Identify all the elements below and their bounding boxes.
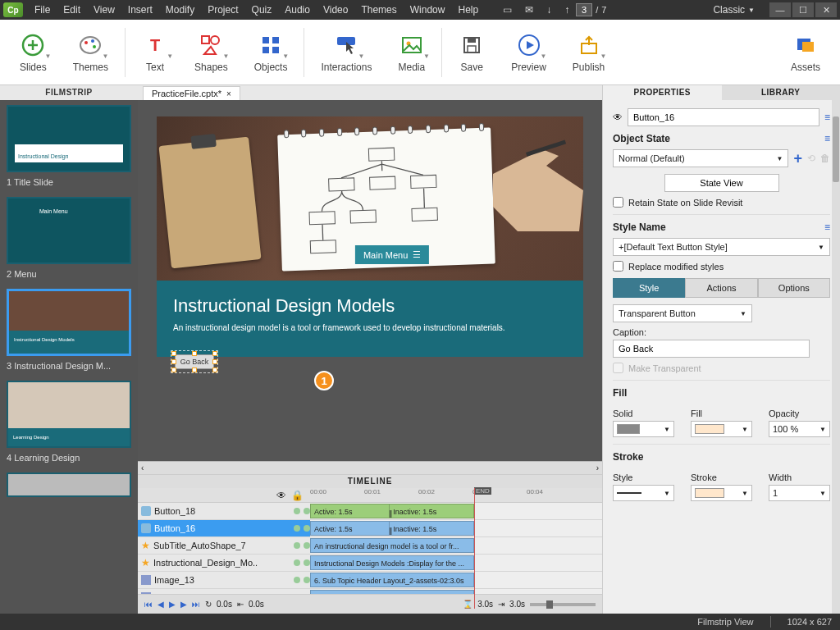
ribbon-save[interactable]: Save (459, 32, 485, 73)
replace-styles-checkbox[interactable]: Replace modified styles (613, 261, 830, 272)
status-view: Filmstrip View (697, 617, 753, 627)
menu-project[interactable]: Project (201, 4, 244, 16)
state-view-button[interactable]: State View (664, 174, 779, 192)
menu-icon[interactable]: ≡ (824, 133, 830, 144)
state-select[interactable]: Normal (Default)▼ (613, 149, 788, 167)
svg-point-4 (84, 41, 88, 44)
library-tab[interactable]: LIBRARY (722, 85, 841, 100)
object-name-input[interactable] (628, 108, 819, 126)
filmstrip-thumb-1[interactable]: Instructional Design 1 Title Slide (7, 105, 131, 187)
stroke-style-select[interactable]: ▼ (613, 485, 674, 501)
opacity-select[interactable]: 100 %▼ (769, 421, 830, 437)
main-menu-button[interactable]: Main Menu ☰ (355, 245, 429, 264)
menu-video[interactable]: Video (317, 4, 354, 16)
timeline-stepfwd[interactable]: ▶ (180, 600, 187, 609)
button-type-select[interactable]: Transparent Button▼ (613, 304, 752, 322)
filmstrip-thumb-5[interactable] (7, 472, 131, 497)
ribbon-assets[interactable]: Assets (791, 32, 820, 73)
lock-icon[interactable]: 🔒 (291, 490, 304, 501)
menu-edit[interactable]: Edit (57, 4, 87, 16)
menu-quiz[interactable]: Quiz (245, 4, 279, 16)
menu-file[interactable]: File (28, 4, 57, 16)
ribbon-interactions[interactable]: ▼Interactions (321, 32, 372, 73)
menu-icon[interactable]: ≡ (824, 221, 830, 233)
svg-point-3 (80, 37, 100, 53)
properties-panel: PROPERTIES LIBRARY 👁 ≡ Object State≡ Nor… (602, 85, 840, 614)
ribbon-shapes[interactable]: ▼Shapes (194, 32, 228, 73)
reset-icon: ⟲ (807, 153, 815, 164)
workspace: FILMSTRIP Instructional Design 1 Title S… (0, 85, 840, 614)
menu-modify[interactable]: Modify (159, 4, 201, 16)
timeline-controls: ⏮ ◀ ▶ ▶ ⏭ ↻ 0.0s ⇤0.0s ⌛3.0s ⇥3.0s (138, 594, 602, 614)
panel-scrollbar[interactable] (832, 100, 840, 614)
timeline-track[interactable]: ★Instructional_Design_Mo..Instructional … (138, 555, 602, 572)
stroke-color-select[interactable]: ▼ (691, 485, 752, 501)
timeline-track[interactable]: Button_18Active: 1.5sInactive: 1.5s∥ (138, 503, 602, 520)
filmstrip-thumb-2[interactable]: Main Menu 2 Menu (7, 197, 131, 279)
download-icon[interactable]: ↓ (540, 4, 558, 16)
timeline-end[interactable]: ⏭ (192, 600, 200, 609)
maximize-button[interactable]: ☐ (792, 2, 814, 17)
stroke-width-select[interactable]: 1▼ (769, 485, 830, 501)
fill-solid-select[interactable]: ▼ (613, 421, 674, 437)
menu-window[interactable]: Window (404, 4, 452, 16)
close-tab-icon[interactable]: × (226, 89, 231, 98)
timeline-track[interactable]: Image_136. Sub Topic Header Layout_2-ass… (138, 572, 602, 589)
menu-themes[interactable]: Themes (354, 4, 403, 16)
seg-actions[interactable]: Actions (685, 278, 757, 298)
timeline-loop[interactable]: ↻ (205, 600, 212, 609)
page-current-input[interactable] (576, 3, 592, 16)
visibility-icon[interactable]: 👁 (276, 490, 286, 501)
svg-rect-20 (468, 46, 476, 52)
menubar: Cp File Edit View Insert Modify Project … (0, 0, 840, 20)
retain-state-checkbox[interactable]: Retain State on Slide Revisit (613, 197, 830, 208)
fill-color-select[interactable]: ▼ (691, 421, 752, 437)
menu-audio[interactable]: Audio (278, 4, 317, 16)
style-name-select[interactable]: +[Default Text Button Style]▼ (613, 238, 830, 256)
svg-rect-19 (468, 38, 476, 43)
delete-icon[interactable]: 🗑 (820, 153, 830, 164)
ribbon-text[interactable]: T▼Text (142, 32, 168, 73)
ribbon-publish[interactable]: ▼Publish (573, 32, 605, 73)
properties-tab[interactable]: PROPERTIES (603, 85, 722, 100)
ribbon-media[interactable]: ▼Media (398, 32, 425, 73)
upload-icon[interactable]: ↑ (558, 4, 576, 16)
add-state-icon[interactable]: + (793, 150, 802, 167)
zoom-slider[interactable] (530, 603, 596, 606)
menu-help[interactable]: Help (451, 4, 485, 16)
ribbon-themes[interactable]: ▼Themes (73, 32, 108, 73)
filmstrip-thumb-4[interactable]: Learning Design 4 Learning Design (7, 381, 131, 463)
filmstrip-thumb-3[interactable]: Instructional Design Models 3 Instructio… (7, 289, 131, 371)
seg-style[interactable]: Style (613, 278, 685, 298)
ribbon-slides[interactable]: ▼Slides (20, 32, 47, 73)
seg-options[interactable]: Options (758, 278, 830, 298)
timeline-track[interactable]: Button_16Active: 1.5sInactive: 1.5s∥ (138, 520, 602, 537)
timeline-rewind[interactable]: ⏮ (144, 600, 153, 609)
timeline-play[interactable]: ▶ (169, 600, 176, 609)
app-logo: Cp (3, 2, 23, 17)
svg-rect-13 (262, 47, 269, 53)
ribbon-objects[interactable]: ▼Objects (254, 32, 288, 73)
timeline-track[interactable]: ★SubTitle_AutoShape_7An instructional de… (138, 537, 602, 555)
ribbon-preview[interactable]: ▼Preview (511, 32, 546, 73)
slide-stage: Main Menu ☰ Instructional Design Models … (157, 116, 583, 357)
document-tab[interactable]: PracticeFile.cptx* × (143, 86, 240, 100)
caption-input[interactable] (613, 340, 810, 358)
timeline-stepback[interactable]: ◀ (158, 600, 164, 609)
mail-icon[interactable]: ✉ (518, 4, 540, 16)
svg-marker-22 (527, 41, 534, 49)
svg-point-5 (91, 39, 94, 43)
menu-icon[interactable]: ≡ (824, 112, 830, 123)
menu-insert[interactable]: Insert (121, 4, 159, 16)
go-back-button[interactable]: Go Back (175, 354, 214, 369)
workspace-dropdown[interactable]: Classic▼ (706, 4, 761, 16)
menu-view[interactable]: View (87, 4, 121, 16)
review-icon[interactable]: ▭ (496, 4, 518, 16)
canvas-hscroll[interactable]: ‹› (138, 461, 602, 474)
make-transparent-checkbox: Make Transparent (613, 363, 830, 373)
close-button[interactable]: ✕ (815, 2, 837, 17)
center-area: PracticeFile.cptx* × (138, 85, 602, 614)
eye-icon[interactable]: 👁 (613, 112, 623, 123)
minimize-button[interactable]: — (769, 2, 791, 17)
canvas[interactable]: Main Menu ☰ Instructional Design Models … (138, 100, 602, 461)
